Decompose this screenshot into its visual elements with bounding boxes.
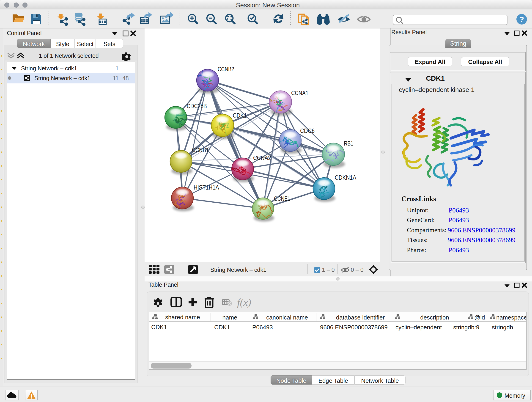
svg-text:P06493: P06493 [252, 324, 273, 331]
svg-text:?: ? [519, 15, 524, 24]
svg-text:String Network – cdk1: String Network – cdk1 [210, 267, 266, 273]
svg-text:description: description [420, 314, 449, 321]
svg-text:CDKN1A: CDKN1A [335, 174, 356, 181]
svg-text:cyclin–dependent ...: cyclin–dependent ... [395, 324, 448, 331]
svg-text:f(x): f(x) [237, 297, 251, 308]
svg-text:canonical name: canonical name [266, 314, 308, 321]
svg-text:CCNB2: CCNB2 [218, 65, 234, 73]
svg-text:@id: @id [474, 314, 485, 321]
svg-text:CDC25B: CDC25B [187, 102, 207, 109]
svg-text:CCNA2: CCNA2 [253, 154, 271, 161]
svg-text:0 – 0: 0 – 0 [351, 267, 364, 273]
svg-text:stringdb: stringdb [492, 324, 513, 331]
svg-text:HIST1H1A: HIST1H1A [194, 184, 219, 191]
svg-text:name: name [222, 314, 237, 321]
svg-text:namespace: namespace [496, 314, 526, 321]
svg-text:CCNE1: CCNE1 [274, 195, 290, 202]
svg-text:RB1: RB1 [344, 140, 353, 147]
svg-text:CDK1: CDK1 [151, 324, 167, 331]
svg-text:CDC6: CDC6 [300, 127, 315, 134]
svg-text:stringdb:9...: stringdb:9... [453, 324, 484, 331]
svg-text:9606.ENSP00000378699: 9606.ENSP00000378699 [320, 324, 388, 331]
svg-text:CDK1: CDK1 [214, 324, 230, 331]
svg-text:shared name: shared name [165, 314, 200, 321]
svg-text:CCNB1: CCNB1 [192, 147, 209, 153]
svg-text:CDK1: CDK1 [233, 112, 247, 119]
svg-text:database identifier: database identifier [336, 314, 385, 321]
svg-text:1 – 0: 1 – 0 [322, 267, 335, 273]
svg-text:CCNA1: CCNA1 [291, 89, 308, 96]
